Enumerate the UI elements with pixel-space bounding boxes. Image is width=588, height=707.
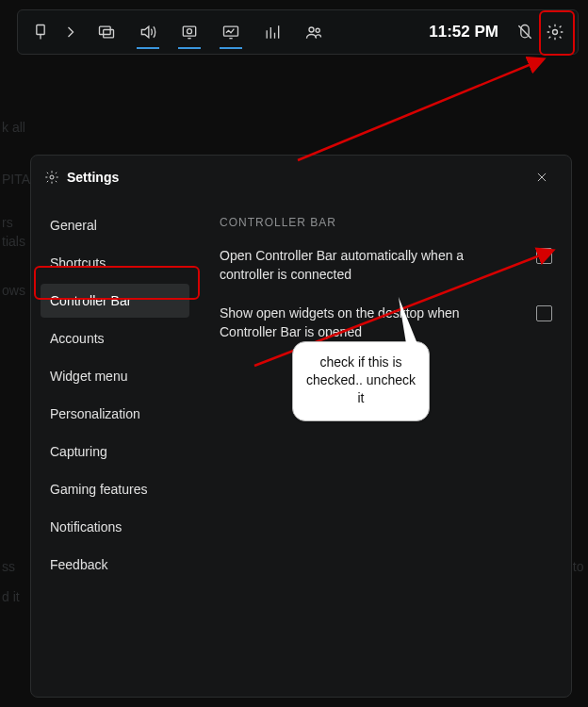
group-icon[interactable]	[293, 13, 335, 51]
setting-row: Show open widgets on the desktop when Co…	[220, 304, 552, 342]
bar-chart-icon[interactable]	[252, 13, 293, 51]
chevron-right-icon[interactable]	[56, 13, 86, 51]
svg-line-11	[298, 59, 543, 160]
section-heading: CONTROLLER BAR	[220, 216, 552, 229]
sidebar-item-notifications[interactable]: Notifications	[41, 510, 189, 544]
bg-text: PITA	[2, 172, 30, 187]
checkbox-show-widgets[interactable]	[536, 305, 552, 321]
svg-point-4	[188, 29, 192, 34]
bg-text: d it	[2, 589, 20, 604]
setting-label: Show open widgets on the desktop when Co…	[220, 304, 536, 342]
clock-time: 11:52 PM	[417, 23, 510, 41]
gear-icon	[44, 170, 59, 185]
svg-rect-0	[37, 25, 44, 35]
bg-text: tials	[2, 234, 25, 249]
svg-point-9	[553, 30, 558, 35]
svg-point-7	[316, 28, 319, 32]
settings-panel: Settings General Shortcuts Controller Ba…	[30, 155, 572, 698]
sidebar-item-shortcuts[interactable]: Shortcuts	[41, 246, 189, 280]
svg-rect-2	[104, 30, 114, 38]
bg-text: ows	[2, 283, 25, 298]
svg-rect-3	[183, 26, 195, 36]
bg-text: ss	[2, 559, 15, 574]
sidebar-item-capturing[interactable]: Capturing	[41, 435, 189, 469]
setting-row: Open Controller Bar automatically when a…	[220, 246, 552, 285]
gear-icon[interactable]	[540, 13, 570, 51]
sidebar-item-personalization[interactable]: Personalization	[41, 397, 189, 431]
sidebar-item-gaming-features[interactable]: Gaming features	[41, 472, 189, 506]
monitor-icon[interactable]	[86, 13, 127, 51]
close-button[interactable]	[533, 165, 558, 189]
setting-label: Open Controller Bar automatically when a…	[220, 246, 536, 285]
settings-sidebar: General Shortcuts Controller Bar Account…	[31, 199, 199, 697]
volume-icon[interactable]	[127, 13, 169, 51]
settings-content: CONTROLLER BAR Open Controller Bar autom…	[199, 199, 571, 697]
sidebar-item-controller-bar[interactable]: Controller Bar	[41, 284, 189, 318]
game-bar-toolbar: 11:52 PM	[17, 9, 579, 55]
sidebar-item-widget-menu[interactable]: Widget menu	[41, 359, 189, 393]
svg-rect-1	[100, 26, 111, 34]
sidebar-item-accounts[interactable]: Accounts	[41, 321, 189, 355]
svg-point-10	[50, 175, 54, 179]
svg-point-6	[309, 27, 314, 32]
panel-title: Settings	[67, 170, 533, 185]
performance-icon[interactable]	[210, 13, 252, 51]
camera-icon[interactable]	[169, 13, 210, 51]
mouse-disabled-icon[interactable]	[510, 13, 540, 51]
panel-header: Settings	[31, 156, 571, 199]
pin-icon[interactable]	[25, 13, 56, 51]
sidebar-item-feedback[interactable]: Feedback	[41, 548, 189, 582]
sidebar-item-general[interactable]: General	[41, 208, 189, 242]
bg-text: k all	[2, 120, 25, 135]
checkbox-auto-open[interactable]	[536, 248, 552, 264]
bg-text: rs	[2, 215, 13, 230]
svg-rect-5	[224, 26, 238, 36]
